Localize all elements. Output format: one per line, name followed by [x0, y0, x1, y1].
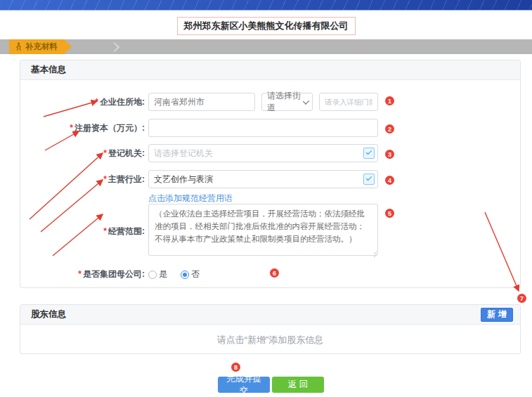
- annotation-badge-5: 5: [385, 209, 394, 218]
- annotation-badge-7: 7: [517, 294, 526, 303]
- basic-info-title: 基本信息: [31, 60, 66, 79]
- annotation-badge-1: 1: [385, 96, 394, 105]
- form-row-scope: *经营范围: （企业依法自主选择经营项目，开展经营活动；依法须经批准的项目，经相…: [20, 204, 520, 258]
- authority-input[interactable]: [148, 144, 378, 162]
- radio-circle-yes[interactable]: [148, 271, 157, 279]
- radio-circle-no[interactable]: [181, 271, 189, 279]
- annotation-badge-3: 3: [385, 150, 394, 159]
- basic-info-panel: 基本信息 *企业住所地: 请选择街道 *注册资本（万元）:: [20, 60, 521, 288]
- street-select[interactable]: 请选择街道: [261, 93, 313, 111]
- capital-label: *注册资本（万元）:: [20, 122, 145, 134]
- form-row-address: *企业住所地: 请选择街道: [20, 93, 520, 111]
- title-row: 郑州郑东新区小美熊熊文化传播有限公司: [0, 17, 532, 35]
- annotation-badge-8: 8: [231, 363, 240, 372]
- shareholder-empty-text: 请点击“新增”添加股东信息: [20, 334, 520, 346]
- company-name: 郑州郑东新区小美熊熊文化传播有限公司: [177, 17, 356, 35]
- back-button[interactable]: 返 回: [272, 377, 324, 393]
- capital-input[interactable]: [148, 119, 378, 137]
- required-mark: *: [103, 226, 107, 236]
- basic-info-header: 基本信息: [20, 60, 520, 80]
- scope-label: *经营范围:: [20, 226, 145, 237]
- person-icon: [15, 42, 22, 51]
- industry-input[interactable]: [148, 170, 378, 188]
- group-parent-label: *是否集团母公司:: [20, 268, 145, 280]
- radio-option-yes[interactable]: 是: [148, 268, 167, 280]
- authority-label: *登记机关:: [20, 148, 145, 160]
- required-mark: *: [103, 174, 107, 184]
- picker-check-icon[interactable]: [363, 174, 375, 185]
- shareholder-panel: 股东信息 新 增 请点击“新增”添加股东信息: [20, 304, 521, 354]
- radio-no-label: 否: [191, 268, 200, 280]
- add-scope-terms-link[interactable]: 点击添加规范经营用语: [148, 193, 233, 204]
- resize-handle[interactable]: [371, 252, 377, 257]
- required-mark: *: [70, 123, 73, 133]
- annotation-badge-6: 6: [270, 268, 279, 278]
- required-mark: *: [95, 97, 98, 107]
- tab-label: 补充材料: [25, 41, 58, 52]
- form-row-capital: *注册资本（万元）:: [20, 119, 520, 137]
- chevron-down-icon: [303, 98, 309, 104]
- shareholder-title: 股东信息: [31, 305, 66, 324]
- annotation-badge-4: 4: [385, 176, 394, 185]
- chevron-right-icon: [110, 42, 119, 52]
- radio-option-no[interactable]: 否: [181, 268, 200, 280]
- tab-supplement-material[interactable]: 补充材料: [9, 39, 72, 54]
- industry-label: *主营行业:: [20, 174, 145, 186]
- city-input[interactable]: [148, 93, 255, 111]
- detail-address-input[interactable]: [319, 93, 378, 111]
- form-row-authority: *登记机关:: [20, 144, 520, 162]
- picker-check-icon[interactable]: [363, 148, 375, 159]
- required-mark: *: [103, 148, 107, 158]
- scope-textarea[interactable]: （企业依法自主选择经营项目，开展经营活动；依法须经批准的项目，经相关部门批准后依…: [148, 204, 378, 256]
- radio-yes-label: 是: [159, 268, 167, 280]
- submit-button[interactable]: 完成并提交: [218, 377, 270, 393]
- add-shareholder-button[interactable]: 新 增: [481, 308, 513, 322]
- address-label: *企业住所地:: [20, 96, 145, 108]
- street-select-value: 请选择街道: [267, 90, 303, 114]
- form-row-industry: *主营行业:: [20, 170, 520, 188]
- page: 郑州郑东新区小美熊熊文化传播有限公司 补充材料 基本信息 *企业住所地:: [0, 0, 532, 397]
- top-banner: [0, 0, 532, 11]
- annotation-badge-2: 2: [385, 124, 394, 134]
- required-mark: *: [78, 269, 82, 279]
- shareholder-header: 股东信息 新 增: [20, 305, 520, 325]
- breadcrumb-bar: 补充材料: [0, 39, 532, 54]
